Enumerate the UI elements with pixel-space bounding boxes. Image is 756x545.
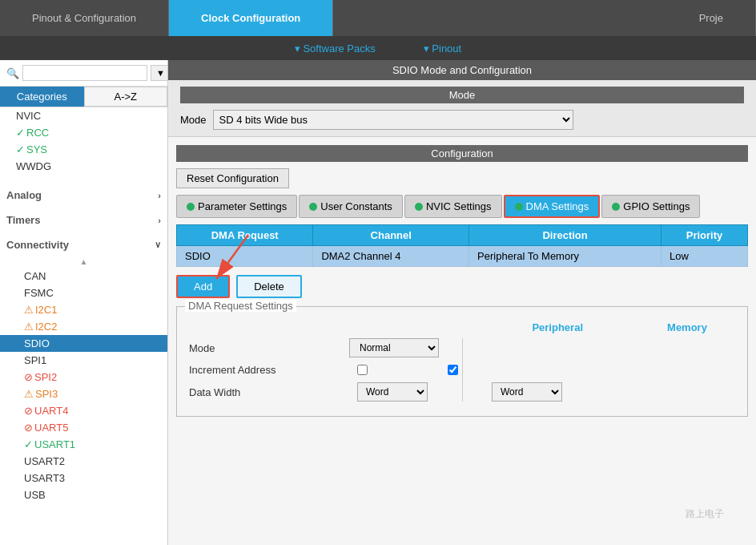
delete-button[interactable]: Delete [236,275,302,298]
sidebar-item-uart4[interactable]: ⊘UART4 [0,402,167,419]
main-content: SDIO Mode and Configuration Mode Mode SD… [168,60,756,545]
increment-address-memory-checkbox[interactable] [448,365,458,375]
mode-row-label: Mode [189,342,349,354]
divider-line [462,338,463,402]
software-packs-link[interactable]: ▾ Software Packs [295,42,376,54]
sidebar-item-i2c1[interactable]: ⚠I2C1 [0,301,167,318]
peripheral-header: Peripheral [532,321,583,333]
project-tab[interactable]: Proje [667,0,756,36]
nvic-dot [415,203,423,211]
memory-header: Memory [663,321,711,333]
peripheral-memory-header: Peripheral Memory [189,321,735,333]
analog-arrow-icon: › [158,191,161,200]
sidebar-item-uart5[interactable]: ⊘UART5 [0,419,167,436]
mode-select[interactable]: SD 4 bits Wide bus SD 1 bit Wide bus MMC… [213,110,573,130]
reset-config-button[interactable]: Reset Configuration [176,168,289,188]
analog-section[interactable]: Analog › [0,184,167,206]
user-constants-tab[interactable]: User Constants [299,195,403,218]
config-area: Configuration Reset Configuration Parame… [168,137,756,425]
sidebar-item-spi1[interactable]: SPI1 [0,352,167,369]
sidebar-item-i2c2[interactable]: ⚠I2C2 [0,318,167,335]
sidebar-item-usb[interactable]: USB [0,486,167,503]
sidebar-search-bar: 🔍 ▼ ⚙ [0,60,167,87]
table-row[interactable]: SDIO DMA2 Channel 4 Peripheral To Memory… [177,246,748,267]
dma-dot [515,203,523,211]
parameter-dot [187,203,195,211]
nvic-settings-tab[interactable]: NVIC Settings [404,195,502,218]
watermark: 路上电子 [686,507,724,521]
sidebar-item-spi3[interactable]: ⚠SPI3 [0,386,167,402]
gpio-settings-tab[interactable]: GPIO Settings [601,195,700,218]
mode-label: Mode [180,114,207,126]
clock-config-tab[interactable]: Clock Configuration [169,0,333,36]
timers-section[interactable]: Timers › [0,209,167,231]
connectivity-section[interactable]: Connectivity ∨ [0,234,167,256]
sub-navigation: ▾ Software Packs ▾ Pinout [0,36,756,60]
top-navigation: Pinout & Configuration Clock Configurati… [0,0,756,36]
connectivity-arrow-icon: ∨ [155,240,161,250]
col-direction: Direction [469,225,662,246]
data-width-peripheral-select[interactable]: Word Byte Half Word [357,382,428,402]
dma-settings-label: DMA Request Settings [185,300,296,312]
col-channel: Channel [313,225,469,246]
col-priority: Priority [662,225,748,246]
az-tab[interactable]: A->Z [84,87,168,107]
cell-priority: Low [662,246,748,267]
content-header: SDIO Mode and Configuration [168,60,756,80]
sidebar-item-spi2[interactable]: ⊘SPI2 [0,369,167,386]
dma-table: DMA Request Channel Direction Priority S… [176,224,748,267]
mode-row-select[interactable]: Normal Circular Double Buffer [349,338,439,357]
add-button[interactable]: Add [176,275,230,298]
gpio-dot [612,203,620,211]
main-layout: 🔍 ▼ ⚙ Categories A->Z NVIC ✓RCC ✓SYS WWD… [0,60,756,545]
categories-tab[interactable]: Categories [0,87,84,107]
dma-table-container: DMA Request Channel Direction Priority S… [176,224,748,267]
search-icon: 🔍 [6,67,19,79]
increment-address-label: Increment Address [189,364,349,376]
sidebar-item-sdio[interactable]: SDIO [0,335,167,352]
search-dropdown[interactable]: ▼ [151,65,168,81]
config-title: Configuration [176,145,748,162]
dma-settings-tab[interactable]: DMA Settings [504,195,601,218]
data-width-memory-select[interactable]: Word Byte Half Word [492,382,562,402]
sidebar-item-usart2[interactable]: USART2 [0,453,167,470]
sidebar-item-sys[interactable]: ✓SYS [0,141,167,158]
sidebar-item-can[interactable]: CAN [0,268,167,285]
parameter-settings-tab[interactable]: Parameter Settings [176,195,297,218]
sidebar-item-wwdg[interactable]: WWDG [0,158,167,175]
timers-arrow-icon: › [158,216,161,225]
sidebar: 🔍 ▼ ⚙ Categories A->Z NVIC ✓RCC ✓SYS WWD… [0,60,168,545]
cell-dma-request: SDIO [177,246,313,267]
user-constants-dot [309,203,317,211]
increment-address-peripheral-checkbox[interactable] [357,365,368,375]
sidebar-item-usart1[interactable]: ✓USART1 [0,436,167,453]
cell-channel: DMA2 Channel 4 [313,246,469,267]
search-input[interactable] [22,65,147,81]
cell-direction: Peripheral To Memory [469,246,662,267]
sidebar-item-fsmc[interactable]: FSMC [0,285,167,301]
mode-title: Mode [180,87,744,103]
sidebar-item-rcc[interactable]: ✓RCC [0,124,167,141]
sidebar-tabs: Categories A->Z [0,87,167,107]
pinout-link[interactable]: ▾ Pinout [424,42,461,54]
dma-request-settings: DMA Request Settings Peripheral Memory M… [176,306,748,417]
data-width-label: Data Width [189,386,349,398]
sidebar-item-nvic[interactable]: NVIC [0,107,167,124]
scroll-indicator-up: ▲ [0,256,167,268]
pinout-config-tab[interactable]: Pinout & Configuration [0,0,169,36]
config-tabs: Parameter Settings User Constants NVIC S… [176,195,748,218]
sidebar-item-usart3[interactable]: USART3 [0,470,167,486]
col-dma-request: DMA Request [177,225,313,246]
action-buttons: Add Delete [176,275,748,298]
